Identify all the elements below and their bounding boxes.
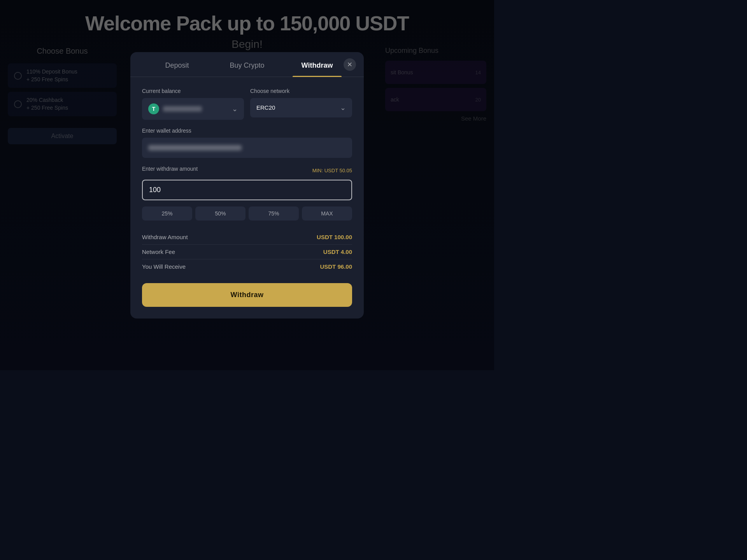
wallet-blurred <box>148 145 242 150</box>
pct-25-button[interactable]: 25% <box>142 206 192 220</box>
network-label: Choose network <box>250 88 352 94</box>
wallet-input-wrapper[interactable] <box>142 138 352 158</box>
summary-receive-row: You Will Receive USDT 96.00 <box>142 259 352 274</box>
pct-row: 25% 50% 75% MAX <box>142 206 352 220</box>
summary-fee-value: USDT 4.00 <box>323 248 352 255</box>
network-chevron-icon: ⌄ <box>340 103 346 112</box>
amount-input[interactable] <box>149 186 345 194</box>
tab-buy-crypto[interactable]: Buy Crypto <box>212 52 282 77</box>
summary-withdraw-value: USDT 100.00 <box>317 234 352 240</box>
close-button[interactable]: × <box>344 58 356 71</box>
wallet-label: Enter wallet address <box>142 128 352 134</box>
pct-max-button[interactable]: MAX <box>302 206 352 220</box>
tab-withdraw[interactable]: Withdraw <box>282 52 352 77</box>
summary-withdraw-row: Withdraw Amount USDT 100.00 <box>142 230 352 245</box>
balance-network-row: Current balance T ⌄ Choose network ERC20 <box>142 88 352 120</box>
modal: Deposit Buy Crypto Withdraw × Current ba… <box>130 52 364 318</box>
min-label: MIN: USDT 50.05 <box>312 168 352 173</box>
summary-fee-row: Network Fee USDT 4.00 <box>142 245 352 259</box>
current-balance-group: Current balance T ⌄ <box>142 88 244 120</box>
summary-receive-label: You Will Receive <box>142 263 186 270</box>
balance-blurred <box>163 106 202 112</box>
pct-50-button[interactable]: 50% <box>195 206 245 220</box>
network-value: ERC20 <box>256 104 275 111</box>
summary-withdraw-label: Withdraw Amount <box>142 234 188 240</box>
summary-section: Withdraw Amount USDT 100.00 Network Fee … <box>142 230 352 274</box>
current-balance-label: Current balance <box>142 88 244 94</box>
modal-body: Current balance T ⌄ Choose network ERC20 <box>130 77 364 318</box>
modal-tabs: Deposit Buy Crypto Withdraw <box>130 52 364 77</box>
token-icon: T <box>148 103 159 114</box>
network-dropdown[interactable]: ERC20 ⌄ <box>250 98 352 117</box>
modal-overlay: Deposit Buy Crypto Withdraw × Current ba… <box>0 0 494 370</box>
wallet-address-group: Enter wallet address <box>142 128 352 158</box>
amount-input-wrapper <box>142 180 352 200</box>
summary-fee-label: Network Fee <box>142 248 175 255</box>
tab-deposit[interactable]: Deposit <box>142 52 212 77</box>
withdraw-button[interactable]: Withdraw <box>142 283 352 307</box>
pct-75-button[interactable]: 75% <box>249 206 299 220</box>
summary-receive-value: USDT 96.00 <box>320 263 352 270</box>
currency-chevron-icon: ⌄ <box>232 105 238 113</box>
amount-label: Enter withdraw amount <box>142 166 198 172</box>
currency-dropdown[interactable]: T ⌄ <box>142 98 244 120</box>
network-group: Choose network ERC20 ⌄ <box>250 88 352 120</box>
amount-header: Enter withdraw amount MIN: USDT 50.05 <box>142 166 352 176</box>
